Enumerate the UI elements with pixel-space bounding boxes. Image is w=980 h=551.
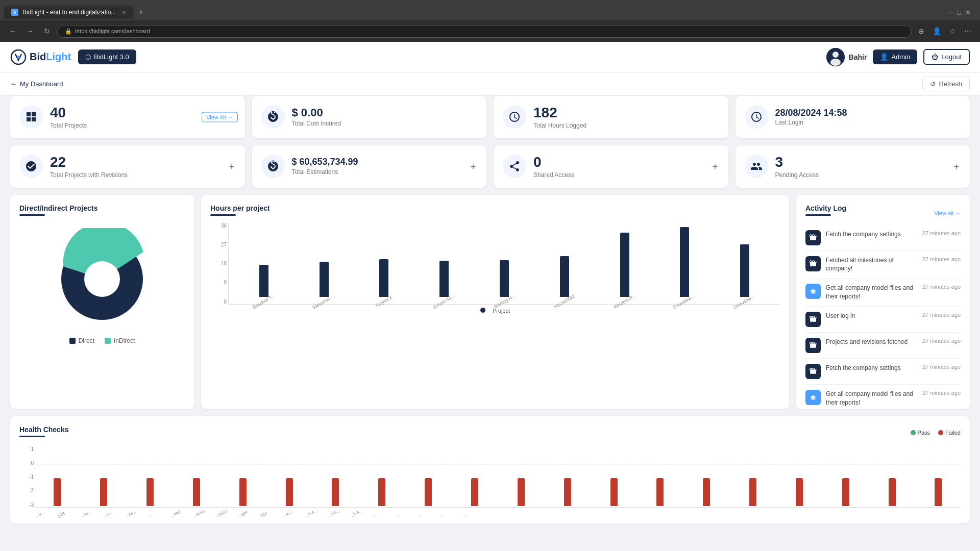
- view-all-link[interactable]: View All →: [202, 112, 237, 122]
- more-btn[interactable]: ⋯: [962, 26, 974, 37]
- logout-button[interactable]: ⏻ Logout: [923, 49, 970, 65]
- pending-access-value: 3: [775, 155, 961, 170]
- activity-item-1: Fetched all milestones of company!27 min…: [805, 251, 961, 279]
- total-hours-label: Total Hours Logged: [533, 122, 719, 129]
- last-login-icon: [745, 105, 768, 129]
- activity-log-header: Activity Log View all →: [805, 204, 961, 223]
- pending-access-add-btn[interactable]: ＋: [950, 160, 963, 172]
- bidlight-version-btn[interactable]: ⬡ BidLight 3.0: [78, 49, 136, 64]
- health-neg-bar-5: [286, 478, 293, 506]
- activity-text-5: Fetch the company settings: [826, 364, 917, 372]
- pie-legend: Direct InDirect: [69, 337, 135, 344]
- pie-chart-svg: 80% 20%: [51, 228, 153, 330]
- bar-chart-panel: Hours per project 36 27 18 9 0 Baseball …: [201, 195, 789, 409]
- bar-3: [439, 261, 449, 297]
- bar-item-7: Snowdown P...: [654, 227, 715, 304]
- bar-8: [740, 244, 749, 297]
- back-link[interactable]: ← My Dashboard: [10, 80, 63, 88]
- health-bar-6: [313, 446, 358, 507]
- new-tab-button[interactable]: +: [135, 7, 146, 18]
- bar-item-3: School Add...: [414, 261, 474, 304]
- estimations-info: $ 60,653,734.99 Total Estimations: [292, 157, 478, 176]
- pending-access-label: Pending Access: [775, 171, 961, 179]
- shared-access-add-btn[interactable]: ＋: [709, 160, 721, 172]
- total-hours-icon: [503, 105, 526, 129]
- admin-button[interactable]: 👤 Admin: [873, 49, 917, 64]
- last-login-label: Last Login: [775, 119, 961, 126]
- svg-point-4: [830, 59, 841, 66]
- minimize-btn[interactable]: ─: [948, 9, 953, 16]
- activity-icon-5: [805, 364, 821, 379]
- health-neg-bar-18: [889, 478, 896, 506]
- activity-item-5: Fetch the company settings27 minutes ago: [805, 359, 961, 385]
- shared-access-info: 0 Shared Access: [533, 155, 719, 179]
- pending-access-card: 3 Pending Access ＋: [736, 145, 970, 188]
- refresh-button[interactable]: ↺ Refresh: [922, 77, 970, 91]
- logo-area: BidLight: [10, 49, 71, 65]
- bar-item-0: Baseball T...: [234, 265, 294, 304]
- health-bar-16: [777, 446, 822, 507]
- logout-icon: ⏻: [932, 53, 938, 61]
- tab-close-btn[interactable]: ✕: [122, 10, 126, 15]
- fav-btn[interactable]: ☆: [947, 26, 959, 37]
- activity-log-underline: [805, 214, 831, 216]
- pie-chart-panel: Direct/Indirect Projects 80% 20%: [10, 195, 194, 409]
- health-neg-bar-11: [564, 478, 571, 506]
- tab-favicon: B: [11, 9, 18, 16]
- last-login-card: 28/08/2024 14:58 Last Login: [736, 96, 970, 138]
- health-neg-bar-12: [610, 478, 618, 506]
- activity-item-3: User log in27 minutes ago: [805, 307, 961, 333]
- dashboard: 40 Total Projects View All → $ 0.00 Tota…: [0, 96, 980, 534]
- health-legend: Pass Failed: [911, 430, 961, 436]
- bar-5: [560, 256, 569, 297]
- address-bar[interactable]: 🔒 https://bidlight.com/dashboard: [57, 25, 912, 38]
- y-label-27: 27: [210, 242, 227, 247]
- health-y-neg3: -3: [19, 502, 34, 508]
- browser-tab-active[interactable]: B BidLight - end to end digitalizatio...…: [4, 6, 133, 19]
- y-label-36: 36: [210, 223, 227, 229]
- health-bar-2: [128, 446, 173, 507]
- health-neg-bar-6: [332, 478, 339, 506]
- health-bar-1: [82, 446, 126, 507]
- pie-chart-underline: [19, 214, 45, 216]
- total-hours-card: 182 Total Hours Logged: [494, 96, 728, 138]
- health-neg-bar-15: [749, 478, 756, 506]
- forward-btn[interactable]: →: [23, 25, 37, 37]
- health-bar-11: [545, 446, 590, 507]
- health-bar-0: [35, 446, 80, 507]
- reload-btn[interactable]: ↻: [41, 25, 53, 37]
- bar-item-6: Wisdom P...: [595, 233, 655, 304]
- pass-legend: Pass: [911, 430, 930, 436]
- activity-time-3: 27 minutes ago: [922, 312, 961, 318]
- health-zero-line: [35, 464, 961, 465]
- activity-list: Fetch the company settings27 minutes ago…: [805, 225, 961, 409]
- close-browser-btn[interactable]: ✕: [965, 9, 971, 16]
- bar-7: [680, 227, 689, 297]
- estimations-card: $ 60,653,734.99 Total Estimations ＋: [252, 145, 487, 188]
- browser-chrome: B BidLight - end to end digitalizatio...…: [0, 0, 980, 42]
- pending-access-icon: [745, 155, 768, 178]
- tab-bar: B BidLight - end to end digitalizatio...…: [0, 0, 980, 20]
- total-cost-value: $ 0.00: [292, 107, 478, 119]
- total-cost-label: Total Cost Incured: [292, 120, 478, 127]
- bar-item-8: Snowdown S...: [715, 244, 775, 304]
- estimations-icon: [261, 155, 285, 178]
- health-neg-bar-13: [656, 478, 664, 506]
- indirect-legend-dot: [105, 338, 111, 344]
- health-checks-underline: [19, 436, 45, 437]
- extensions-btn[interactable]: ⊕: [916, 26, 927, 37]
- activity-view-all-btn[interactable]: View all →: [934, 210, 961, 216]
- dashboard-breadcrumb: My Dashboard: [20, 80, 63, 88]
- maximize-btn[interactable]: □: [957, 9, 961, 16]
- estimations-add-btn[interactable]: ＋: [467, 160, 479, 172]
- refresh-icon: ↺: [930, 80, 936, 88]
- pending-access-info: 3 Pending Access: [775, 155, 961, 179]
- revisions-add-btn[interactable]: ＋: [226, 160, 238, 172]
- health-bar-13: [638, 446, 682, 507]
- health-chart-wrapper: 1 0 -1 -2 -3 ...u...p23...cu......u.....…: [19, 446, 961, 514]
- health-bar-14: [684, 446, 729, 507]
- total-projects-icon: [19, 105, 43, 129]
- profile-btn[interactable]: 👤: [930, 26, 944, 37]
- shared-access-label: Shared Access: [533, 171, 719, 179]
- back-btn[interactable]: ←: [6, 25, 19, 37]
